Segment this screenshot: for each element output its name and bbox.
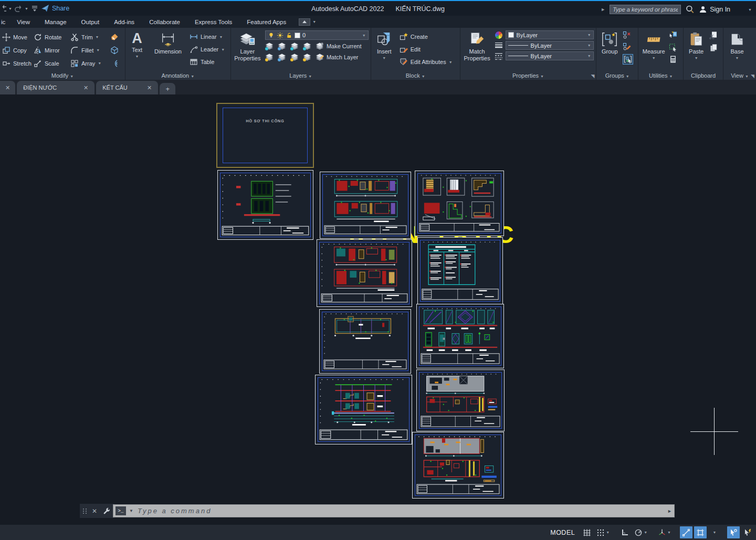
object-snap-button[interactable] xyxy=(694,526,707,538)
file-tab-dien-nuoc[interactable]: ĐIỆN NƯỚC ✕ xyxy=(17,81,94,94)
quick-select-button[interactable] xyxy=(669,31,677,41)
panel-label-layers[interactable]: Layers▼ xyxy=(231,72,371,79)
command-expand-icon[interactable]: ► xyxy=(667,509,672,514)
stretch-button[interactable]: Stretch xyxy=(2,57,34,70)
ribbon-display-caret-icon[interactable]: ▼ xyxy=(312,20,316,24)
paste-button[interactable]: Paste▼ xyxy=(686,30,707,70)
match-properties-button[interactable]: Match Properties xyxy=(463,30,492,70)
help-search-input[interactable] xyxy=(610,5,681,14)
sheet-cover[interactable]: HỒ SƠ THI CÔNG xyxy=(216,103,314,168)
polar-tracking-button[interactable]: ▼ xyxy=(633,526,649,538)
match-layer-button[interactable]: Match Layer xyxy=(316,52,359,62)
ortho-mode-button[interactable] xyxy=(618,526,631,538)
explode-button[interactable] xyxy=(110,44,123,57)
sheet-general-notes[interactable] xyxy=(417,237,503,304)
customize-qat-icon[interactable] xyxy=(30,4,39,13)
properties-launcher-icon[interactable]: ◥ xyxy=(591,73,594,79)
panel-label-modify[interactable]: Modify▼ xyxy=(0,72,125,79)
close-tab-icon[interactable]: ✕ xyxy=(5,84,10,91)
layer-walk-icon[interactable] xyxy=(278,53,287,61)
linetype-dropdown[interactable]: ByLayer▼ xyxy=(506,51,594,60)
signin-button[interactable]: Sign In xyxy=(699,5,730,14)
edit-block-button[interactable]: Edit xyxy=(400,43,453,56)
create-block-button[interactable]: Create xyxy=(400,30,453,43)
layer-lock-icon[interactable] xyxy=(303,42,312,50)
panel-label-annotation[interactable]: Annotation▼ xyxy=(125,72,230,79)
undo-caret-icon[interactable]: ▼ xyxy=(8,7,12,10)
share-button[interactable]: Share xyxy=(41,4,69,13)
measure-button[interactable]: Measure▼ xyxy=(640,30,667,70)
panel-label-block[interactable]: Block▼ xyxy=(371,72,460,79)
object-color-dropdown[interactable]: ByLayer▼ xyxy=(506,30,594,39)
lineweight-dropdown[interactable]: ByLayer▼ xyxy=(506,41,594,50)
sheet-roof-plan[interactable] xyxy=(319,309,411,374)
grid-display-button[interactable] xyxy=(581,526,593,538)
sheet-floor-plans-2[interactable] xyxy=(317,239,412,307)
quick-calculator-button[interactable] xyxy=(669,55,677,66)
tab-output[interactable]: Output xyxy=(74,16,107,28)
panel-label-properties[interactable]: Properties▼ xyxy=(460,72,596,79)
model-space-button[interactable]: MODEL xyxy=(550,529,575,536)
mirror-button[interactable]: Mirror xyxy=(34,44,70,57)
cut-clip-button[interactable] xyxy=(709,31,718,41)
autoscale-button[interactable] xyxy=(741,526,754,538)
close-tab-icon[interactable]: ✕ xyxy=(83,84,88,91)
redo-caret-icon[interactable]: ▼ xyxy=(25,7,28,10)
dimension-button[interactable]: Dimension xyxy=(152,30,184,70)
group-edit-button[interactable] xyxy=(623,43,633,53)
file-tab-partial[interactable]: ✕ xyxy=(0,81,15,94)
fillet-button[interactable]: Fillet▼ xyxy=(70,44,110,57)
trim-button[interactable]: Trim▼ xyxy=(70,31,110,44)
array-button[interactable]: Array▼ xyxy=(70,57,110,70)
titlebar-menu-caret-icon[interactable]: ▼ xyxy=(748,8,752,12)
object-snap-tracking-button[interactable] xyxy=(680,526,692,538)
search-expand-icon[interactable]: ► xyxy=(601,7,605,12)
panel-label-clipboard[interactable]: Clipboard xyxy=(684,72,723,79)
group-selection-toggle[interactable] xyxy=(623,54,633,65)
layer-unlock2-icon[interactable] xyxy=(303,53,312,61)
offset-button[interactable] xyxy=(110,57,123,70)
view-launcher-icon[interactable]: ◥ xyxy=(751,73,754,79)
panel-label-groups[interactable]: Groups▼ xyxy=(596,72,638,79)
linear-button[interactable]: Linear▼ xyxy=(190,30,225,43)
tab-featured-apps[interactable]: Featured Apps xyxy=(239,16,293,28)
redo-icon[interactable] xyxy=(14,4,23,13)
object-snap-caret[interactable]: ▼ xyxy=(708,526,721,538)
layer-dropdown[interactable]: 0 ▼ xyxy=(265,30,369,40)
tab-collaborate[interactable]: Collaborate xyxy=(142,16,187,28)
edit-attributes-button[interactable]: Edit Attributes▼ xyxy=(400,56,453,68)
layer-freeze-icon[interactable] xyxy=(290,42,300,50)
layer-off-icon[interactable] xyxy=(265,53,275,61)
table-button[interactable]: Table xyxy=(190,56,225,68)
recent-commands-caret-icon[interactable]: ▼ xyxy=(129,509,133,513)
ribbon-display-icon[interactable] xyxy=(299,18,310,26)
command-prompt-icon[interactable]: >_ xyxy=(116,506,126,515)
close-tab-icon[interactable]: ✕ xyxy=(147,84,152,91)
lineweight-icon[interactable] xyxy=(495,41,503,50)
sheet-floor-plans[interactable] xyxy=(320,172,411,239)
customize-wrench-icon[interactable] xyxy=(102,507,111,515)
group-button[interactable]: Group xyxy=(598,30,621,70)
insert-button[interactable]: Insert▼ xyxy=(373,30,395,70)
drawing-canvas[interactable]: HỒ SƠ THI CÔNG KIẾN TRÚC xyxy=(0,94,756,525)
sheet-section[interactable] xyxy=(315,375,412,444)
move-button[interactable]: Move xyxy=(2,31,34,44)
layer-properties-button[interactable]: Layer Properties xyxy=(233,30,262,70)
sheet-stair-details[interactable] xyxy=(415,171,504,236)
sheet-elevation[interactable] xyxy=(217,170,313,240)
command-drag-handle-icon[interactable] xyxy=(83,509,87,514)
linetype-icon[interactable] xyxy=(495,52,503,60)
command-close-icon[interactable]: ✕ xyxy=(92,507,97,515)
tab-manage[interactable]: Manage xyxy=(37,16,74,28)
snap-mode-button[interactable]: ▼ xyxy=(595,526,611,538)
text-button[interactable]: A Text▼ xyxy=(128,30,146,70)
make-current-button[interactable]: Make Current xyxy=(316,41,362,51)
isodraft-button[interactable]: ▼ xyxy=(656,526,673,538)
ungroup-button[interactable] xyxy=(623,31,633,41)
undo-icon[interactable] xyxy=(1,4,6,14)
base-button[interactable]: Base▼ xyxy=(726,30,749,60)
tab-add-ins[interactable]: Add-ins xyxy=(107,16,142,28)
tab-express-tools[interactable]: Express Tools xyxy=(187,16,239,28)
panel-label-utilities[interactable]: Utilities▼ xyxy=(638,72,683,79)
sheet-slab-plan-2[interactable] xyxy=(412,432,504,499)
